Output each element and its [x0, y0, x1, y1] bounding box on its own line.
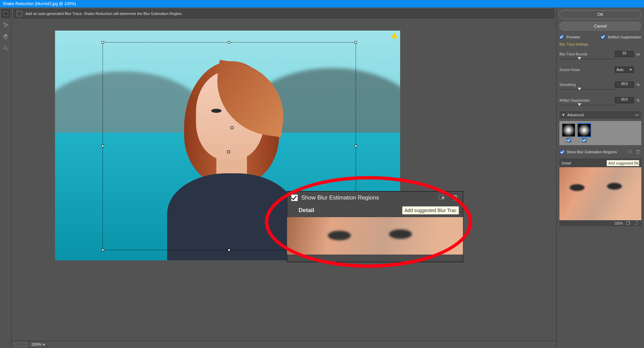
bounds-slider[interactable]	[559, 58, 641, 60]
chevron-down-icon: ▼	[561, 113, 565, 117]
smoothing-slider[interactable]	[559, 88, 641, 91]
artifact-suppression-label: Artifact Suppression	[608, 35, 641, 39]
zoom-select[interactable]: 100%	[29, 342, 47, 347]
bounds-label: Blur Trace Bounds	[559, 52, 612, 56]
artsup-label: Artifact Suppression	[559, 99, 612, 102]
doc-view-icon[interactable]	[22, 343, 26, 347]
artsup-slider[interactable]	[559, 104, 641, 107]
resize-handle[interactable]	[102, 145, 104, 147]
resize-handle[interactable]	[355, 41, 357, 44]
svg-rect-4	[627, 222, 630, 225]
window-titlebar: Shake Reduction (blurred3.jpg @ 100%)	[0, 0, 644, 7]
callout-panel: Show Blur Estimation Regions Detail Add …	[287, 191, 463, 262]
trash-icon[interactable]	[635, 149, 641, 155]
artsup-input[interactable]: 30,0	[615, 97, 634, 103]
trace-thumbnail[interactable]	[578, 124, 591, 137]
source-noise-label: Source Noise	[559, 68, 612, 72]
zoom-tool[interactable]	[1, 44, 10, 53]
detail-preview[interactable]	[559, 167, 641, 220]
hint-bar: Add an auto-generated Blur Trace. Shake …	[14, 9, 554, 18]
trace-thumbnail[interactable]	[562, 124, 575, 137]
trace-pin[interactable]	[227, 150, 230, 154]
resize-handle[interactable]	[102, 41, 104, 44]
resize-handle[interactable]	[228, 249, 230, 251]
ok-button[interactable]: OK	[559, 10, 641, 19]
bounds-input[interactable]: 33	[615, 51, 634, 57]
hand-tool[interactable]	[1, 32, 10, 41]
svg-rect-0	[3, 11, 8, 16]
section-blur-trace: Blur Trace Settings	[559, 42, 641, 47]
preview-label: Preview	[567, 35, 580, 39]
add-trace-tooltip: Add suggested Blur Trac	[607, 160, 639, 166]
marquee-tool[interactable]	[1, 9, 10, 18]
show-regions-label: Show Blur Estimation Regions	[567, 150, 617, 154]
svg-rect-2	[439, 195, 443, 199]
advanced-header[interactable]: ▼ Advanced ▪≡	[559, 111, 641, 118]
doc-view-icon[interactable]	[14, 343, 19, 347]
cancel-button[interactable]: Cancel	[559, 22, 641, 31]
status-bar: 100%	[12, 341, 556, 348]
warning-icon	[391, 33, 397, 38]
show-regions-checkbox-large[interactable]	[291, 194, 298, 201]
add-trace-icon[interactable]	[627, 149, 632, 155]
resize-handle[interactable]	[102, 249, 104, 251]
add-trace-icon[interactable]	[438, 194, 445, 202]
tool-strip	[0, 7, 12, 348]
smoothing-input[interactable]: 30,0	[615, 82, 634, 88]
reset-icon[interactable]	[634, 221, 639, 226]
undock-icon[interactable]	[626, 221, 631, 226]
add-trace-tooltip-large: Add suggested Blur Trac	[402, 206, 459, 214]
show-regions-label-large: Show Blur Estimation Regions	[301, 194, 379, 201]
source-noise-select[interactable]: Auto	[615, 67, 634, 73]
hint-text: Add an auto-generated Blur Trace. Shake …	[25, 12, 182, 16]
detail-preview-large	[287, 217, 463, 255]
resize-handle[interactable]	[355, 145, 357, 147]
marquee-icon	[17, 11, 22, 16]
blur-trace-thumbnails	[559, 121, 641, 145]
artifact-suppression-checkbox[interactable]	[601, 35, 605, 39]
smoothing-label: Smoothing	[559, 83, 612, 87]
trace-enable-checkbox[interactable]	[567, 138, 571, 142]
show-regions-checkbox[interactable]	[560, 150, 565, 154]
svg-point-1	[4, 46, 7, 49]
panel-menu-icon[interactable]: ▪≡	[635, 113, 639, 117]
trace-enable-checkbox[interactable]	[582, 138, 587, 142]
detail-label-large: Detail	[299, 207, 314, 214]
preview-checkbox[interactable]	[559, 35, 564, 39]
trash-icon[interactable]	[451, 194, 459, 202]
detail-label: Detail	[561, 161, 571, 165]
svg-rect-3	[628, 150, 631, 153]
resize-handle[interactable]	[228, 41, 230, 44]
window-title: Shake Reduction (blurred3.jpg @ 100%)	[3, 1, 76, 6]
trace-pin[interactable]	[230, 126, 234, 129]
settings-sidebar: OK Cancel Preview Artifact Suppression B…	[556, 7, 644, 348]
detail-zoom: 100%	[614, 222, 623, 225]
pointer-tool[interactable]	[1, 21, 10, 30]
